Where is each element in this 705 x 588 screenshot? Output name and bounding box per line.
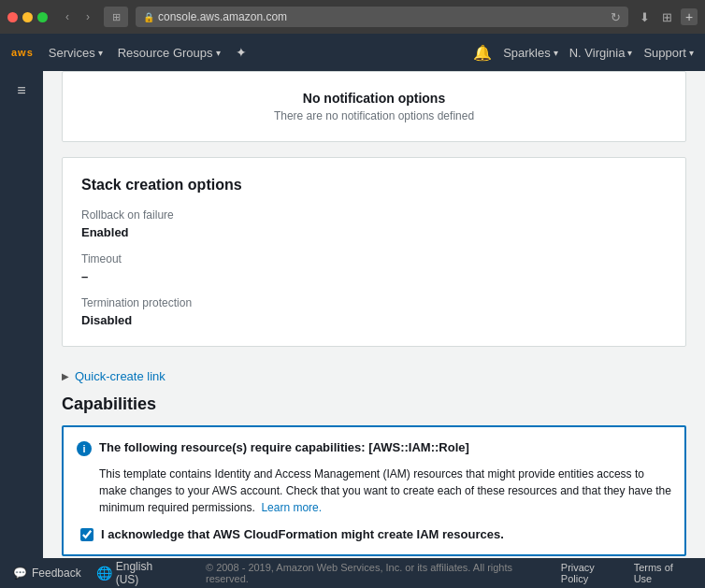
support-caret: ▾ <box>689 48 694 58</box>
timeout-value: – <box>81 269 667 283</box>
feedback-button[interactable]: 💬 Feedback <box>13 566 81 580</box>
globe-icon: 🌐 <box>96 566 112 581</box>
language-label: English (US) <box>116 560 176 586</box>
close-button[interactable] <box>7 12 18 22</box>
resource-groups-nav[interactable]: Resource Groups ▾ <box>118 46 221 60</box>
nav-right: 🔔 Sparkles ▾ N. Virginia ▾ Support ▾ <box>473 44 694 62</box>
user-menu[interactable]: Sparkles ▾ <box>503 46 558 60</box>
stack-options-title: Stack creation options <box>81 177 667 194</box>
sidebar-menu-icon[interactable]: ≡ <box>17 82 25 99</box>
terms-of-use-link[interactable]: Terms of Use <box>634 562 692 584</box>
resource-groups-caret: ▾ <box>216 48 221 58</box>
user-caret: ▾ <box>554 48 558 58</box>
bookmark-icon[interactable]: ✦ <box>236 45 247 60</box>
download-icon[interactable]: ⬇ <box>636 8 653 25</box>
reload-icon[interactable]: ↻ <box>611 10 621 24</box>
content-inner: No notification options There are no not… <box>43 71 705 558</box>
notifications-bell[interactable]: 🔔 <box>473 44 492 62</box>
capabilities-description: This template contains Identity and Acce… <box>77 466 671 516</box>
sidebar: ≡ <box>0 71 43 558</box>
info-icon: i <box>77 441 92 456</box>
support-menu[interactable]: Support ▾ <box>643 46 694 60</box>
termination-label: Termination protection <box>81 296 667 309</box>
tab-icon[interactable]: ⊞ <box>104 7 128 27</box>
no-notification-subtitle: There are no notification options define… <box>81 109 667 122</box>
region-menu[interactable]: N. Virginia ▾ <box>569 46 633 60</box>
timeout-label: Timeout <box>81 252 667 265</box>
status-links: Privacy Policy Terms of Use <box>561 562 692 584</box>
learn-more-link[interactable]: Learn more. <box>261 501 322 514</box>
quick-create-caret: ▶ <box>62 371 69 381</box>
services-caret: ▾ <box>98 48 103 58</box>
iam-acknowledge-checkbox[interactable] <box>80 528 94 541</box>
quick-create-label: Quick-create link <box>75 369 165 383</box>
aws-navbar: aws Services ▾ Resource Groups ▾ ✦ 🔔 Spa… <box>0 34 705 71</box>
back-button[interactable]: ‹ <box>59 8 76 25</box>
new-tab-button[interactable]: + <box>681 8 698 25</box>
rollback-label: Rollback on failure <box>81 208 667 222</box>
capabilities-checkbox-row: I acknowledge that AWS CloudFormation mi… <box>77 527 671 541</box>
aws-logo: aws <box>11 48 34 58</box>
feedback-icon: 💬 <box>13 566 27 580</box>
language-selector[interactable]: 🌐 English (US) <box>96 560 176 586</box>
capabilities-heading: The following resource(s) require capabi… <box>99 440 469 454</box>
lock-icon: 🔒 <box>143 12 154 22</box>
stack-creation-options-card: Stack creation options Rollback on failu… <box>62 157 686 347</box>
maximize-button[interactable] <box>37 12 48 22</box>
extension-icon[interactable]: ⊞ <box>658 8 675 25</box>
traffic-lights <box>7 12 48 22</box>
privacy-policy-link[interactable]: Privacy Policy <box>561 562 623 584</box>
main-container: ≡ No notification options There are no n… <box>0 71 705 558</box>
region-caret: ▾ <box>627 48 632 58</box>
no-notification-title: No notification options <box>81 91 667 106</box>
quick-create-link[interactable]: ▶ Quick-create link <box>62 362 686 391</box>
browser-nav: ‹ › <box>59 8 96 25</box>
capabilities-box: i The following resource(s) require capa… <box>62 425 686 556</box>
address-bar[interactable]: 🔒 console.aws.amazon.com ↻ <box>136 7 628 27</box>
capabilities-title: Capabilities <box>62 394 686 414</box>
content-area: No notification options There are no not… <box>43 71 705 558</box>
rollback-value: Enabled <box>81 225 667 239</box>
copyright-text: © 2008 - 2019, Amazon Web Services, Inc.… <box>206 562 546 584</box>
notification-section: No notification options There are no not… <box>62 71 686 142</box>
address-text: console.aws.amazon.com <box>158 10 287 23</box>
capabilities-header: i The following resource(s) require capa… <box>77 440 671 456</box>
browser-chrome: ‹ › ⊞ 🔒 console.aws.amazon.com ↻ ⬇ ⊞ + <box>0 0 705 34</box>
feedback-label: Feedback <box>32 566 81 580</box>
forward-button[interactable]: › <box>79 8 96 25</box>
browser-actions: ⬇ ⊞ + <box>636 8 698 25</box>
status-bar: 💬 Feedback 🌐 English (US) © 2008 - 2019,… <box>0 558 705 588</box>
services-nav[interactable]: Services ▾ <box>49 46 103 60</box>
minimize-button[interactable] <box>22 12 33 22</box>
termination-value: Disabled <box>81 313 667 327</box>
iam-acknowledge-label: I acknowledge that AWS CloudFormation mi… <box>101 527 504 541</box>
